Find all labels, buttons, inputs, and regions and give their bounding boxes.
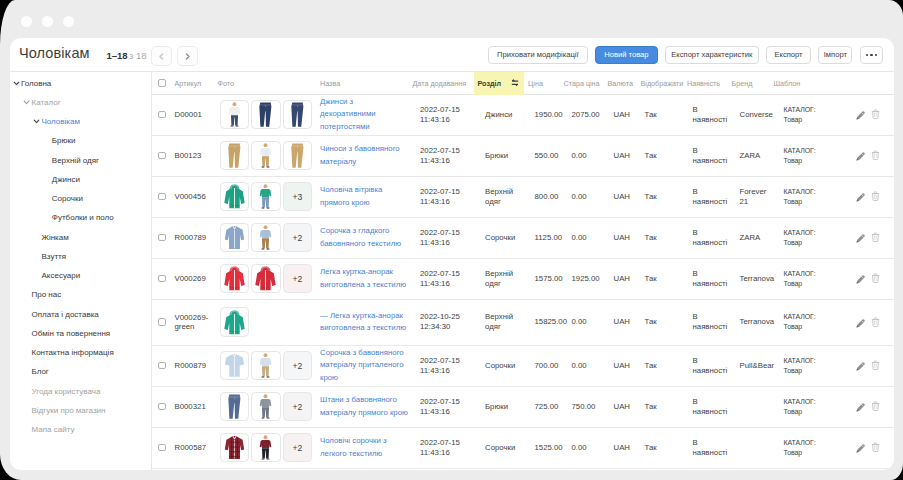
sidebar-item-10[interactable]: Взуття	[10, 247, 151, 266]
product-photo-person[interactable]	[251, 223, 280, 252]
product-name-link[interactable]: Чиноси з бавовняного матеріалу	[320, 143, 409, 168]
product-photo-pants[interactable]	[251, 100, 280, 129]
edit-pencil-icon[interactable]	[855, 109, 866, 120]
column-header-cb[interactable]	[152, 72, 172, 95]
sidebar-item-15[interactable]: Контактна інформація	[10, 343, 151, 362]
delete-trash-icon[interactable]	[871, 150, 880, 160]
more-photos-badge[interactable]: +2	[283, 264, 312, 293]
sidebar-item-1[interactable]: Головна	[10, 73, 151, 92]
more-photos-badge[interactable]: +2	[283, 223, 312, 252]
row-checkbox[interactable]	[158, 111, 166, 119]
chevron-down-icon[interactable]	[13, 80, 20, 87]
delete-trash-icon[interactable]	[871, 191, 880, 201]
product-name-link[interactable]: Штани з бавовняного матеріалу прямого кр…	[320, 394, 409, 419]
row-checkbox[interactable]	[158, 318, 166, 326]
sidebar-item-12[interactable]: Про нас	[10, 285, 151, 304]
import-button[interactable]: Імпорт	[818, 46, 852, 64]
column-header-name[interactable]: Назва	[318, 72, 415, 95]
sidebar-item-19[interactable]: Мапа сайту	[10, 420, 151, 439]
delete-trash-icon[interactable]	[871, 317, 880, 327]
delete-trash-icon[interactable]	[871, 442, 880, 452]
product-name-link[interactable]: Джинси з декоративними потертостями	[320, 96, 409, 133]
product-photo-pants[interactable]	[283, 100, 312, 129]
product-photo-jacket[interactable]	[251, 264, 280, 293]
column-header-template[interactable]: Шаблон	[772, 72, 845, 95]
product-name-link[interactable]: Сорочка з бавовняного матеріалу притален…	[320, 347, 409, 384]
column-header-display[interactable]: Відображати	[639, 72, 683, 95]
edit-pencil-icon[interactable]	[855, 317, 866, 328]
sidebar-item-6[interactable]: Джинси	[10, 170, 151, 189]
chevron-down-icon[interactable]	[23, 99, 30, 106]
sidebar-item-2[interactable]: Каталог	[10, 93, 151, 112]
hide-modifications-button[interactable]: Приховати модифікації	[488, 46, 588, 64]
select-all-checkbox[interactable]	[158, 79, 166, 87]
window-dot-3[interactable]	[63, 16, 74, 27]
product-name-link[interactable]: — Легка куртка-анорак виготовлена з текс…	[320, 310, 409, 335]
delete-trash-icon[interactable]	[871, 273, 880, 283]
product-photo-person[interactable]	[251, 351, 280, 380]
column-header-section[interactable]: Розділ	[474, 72, 524, 95]
product-photo-shirt[interactable]	[220, 223, 249, 252]
product-photo-jacket[interactable]	[220, 264, 249, 293]
more-photos-badge[interactable]: +2	[283, 392, 312, 421]
sidebar-item-14[interactable]: Обмін та повернення	[10, 324, 151, 343]
product-photo-person[interactable]	[251, 433, 280, 462]
edit-pencil-icon[interactable]	[855, 232, 866, 243]
product-photo-pants[interactable]	[283, 141, 312, 170]
sidebar-item-11[interactable]: Аксесуари	[10, 266, 151, 285]
export-attributes-button[interactable]: Експорт характеристик	[665, 46, 759, 64]
delete-trash-icon[interactable]	[871, 109, 880, 119]
product-name-link[interactable]: Чоловіча вітрівка прямого крою	[320, 184, 409, 209]
product-name-link[interactable]: Сорочка з гладкого бавовняного текстилю	[320, 225, 409, 250]
product-photo-person[interactable]	[251, 182, 280, 211]
prev-page-button[interactable]	[151, 46, 173, 66]
sort-icon[interactable]	[511, 79, 519, 86]
window-dot-1[interactable]	[21, 16, 32, 27]
column-header-date[interactable]: Дата додавання	[412, 72, 474, 95]
product-name-link[interactable]: Легка куртка-анорак виготовлена з тексти…	[320, 266, 409, 291]
new-product-button[interactable]: Новий товар	[595, 46, 657, 64]
edit-pencil-icon[interactable]	[855, 442, 866, 453]
product-photo-pants[interactable]	[220, 392, 249, 421]
product-photo-jacket[interactable]	[220, 307, 249, 336]
sidebar-item-18[interactable]: Відгуки про магазин	[10, 401, 151, 420]
product-photo-person[interactable]	[220, 100, 249, 129]
sidebar-item-3[interactable]: Чоловікам	[10, 112, 151, 131]
row-checkbox[interactable]	[158, 362, 166, 370]
column-header-photo[interactable]: Фото	[218, 72, 318, 95]
column-header-article[interactable]: Артикул	[172, 72, 218, 95]
column-header-brand[interactable]: Бренд	[730, 72, 772, 95]
product-name-link[interactable]: Чоловічі сорочки з легкого текстилю	[320, 435, 409, 460]
row-checkbox[interactable]	[158, 444, 166, 452]
edit-pencil-icon[interactable]	[855, 273, 866, 284]
sidebar-item-13[interactable]: Оплата і доставка	[10, 304, 151, 323]
row-checkbox[interactable]	[158, 234, 166, 242]
sidebar-item-16[interactable]: Блог	[10, 362, 151, 381]
sidebar-item-17[interactable]: Угода користувача	[10, 381, 151, 400]
window-dot-2[interactable]	[42, 16, 53, 27]
more-actions-button[interactable]	[860, 46, 883, 64]
row-checkbox[interactable]	[158, 193, 166, 201]
edit-pencil-icon[interactable]	[855, 150, 866, 161]
export-button[interactable]: Експорт	[766, 46, 811, 64]
delete-trash-icon[interactable]	[871, 232, 880, 242]
product-photo-person[interactable]	[251, 392, 280, 421]
edit-pencil-icon[interactable]	[855, 191, 866, 202]
column-header-avail[interactable]: Наявність	[683, 72, 730, 95]
row-checkbox[interactable]	[158, 403, 166, 411]
edit-pencil-icon[interactable]	[855, 360, 866, 371]
row-checkbox[interactable]	[158, 275, 166, 283]
column-header-currency[interactable]: Валюта	[606, 72, 639, 95]
product-photo-person[interactable]	[251, 141, 280, 170]
edit-pencil-icon[interactable]	[855, 401, 866, 412]
more-photos-badge[interactable]: +3	[283, 182, 312, 211]
row-checkbox[interactable]	[158, 152, 166, 160]
product-photo-jacket[interactable]	[220, 182, 249, 211]
more-photos-badge[interactable]: +2	[283, 433, 312, 462]
next-page-button[interactable]	[177, 46, 199, 66]
delete-trash-icon[interactable]	[871, 401, 880, 411]
product-photo-pants[interactable]	[220, 141, 249, 170]
sidebar-item-8[interactable]: Футболки и поло	[10, 208, 151, 227]
product-photo-shirt-short[interactable]	[220, 351, 249, 380]
more-photos-badge[interactable]: +2	[283, 351, 312, 380]
